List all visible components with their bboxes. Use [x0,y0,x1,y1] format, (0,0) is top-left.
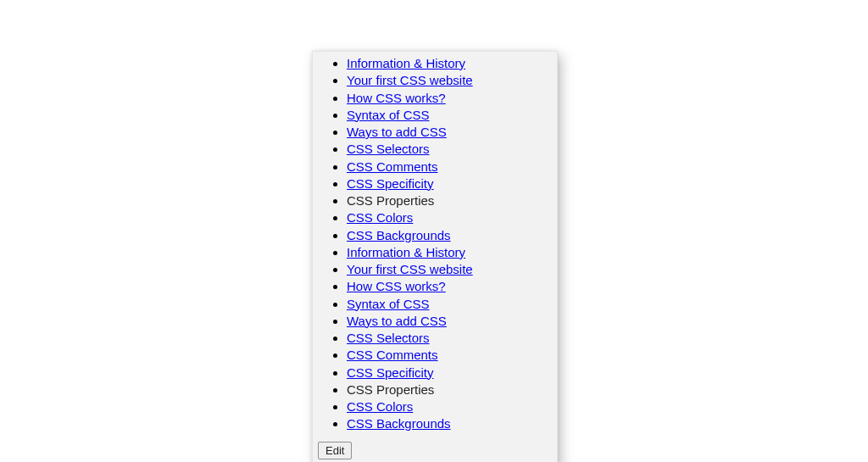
list-item: CSS Specificity [347,175,557,192]
topic-link[interactable]: CSS Backgrounds [347,228,451,242]
list-item: CSS Properties [347,192,557,209]
topic-link[interactable]: Information & History [347,245,465,259]
topic-link[interactable]: Ways to add CSS [347,314,447,328]
list-item: How CSS works? [347,278,557,295]
topic-link[interactable]: CSS Colors [347,399,413,414]
list-item: CSS Selectors [347,141,557,158]
topics-list: Information & HistoryYour first CSS webs… [313,55,557,433]
topic-link[interactable]: CSS Specificity [347,365,434,380]
list-item: CSS Comments [347,159,557,175]
list-item: Your first CSS website [347,72,557,89]
topic-link[interactable]: CSS Comments [347,348,438,362]
list-item: Information & History [347,244,557,261]
topic-text: CSS Properties [347,382,434,397]
list-item: Syntax of CSS [347,107,557,124]
list-item: Ways to add CSS [347,124,557,141]
list-item: Syntax of CSS [347,296,557,313]
topic-link[interactable]: CSS Selectors [347,142,430,156]
topic-text: CSS Properties [347,193,434,208]
topic-link[interactable]: How CSS works? [347,91,446,105]
topics-card: Information & HistoryYour first CSS webs… [312,51,558,462]
list-item: Ways to add CSS [347,313,557,330]
topic-link[interactable]: CSS Selectors [347,331,430,345]
list-item: CSS Comments [347,347,557,364]
list-item: CSS Colors [347,398,557,415]
topic-link[interactable]: Ways to add CSS [347,125,447,139]
list-item: CSS Specificity [347,365,557,381]
list-item: CSS Backgrounds [347,415,557,432]
list-item: CSS Selectors [347,330,557,347]
list-item: CSS Properties [347,381,557,398]
topic-link[interactable]: Your first CSS website [347,73,473,87]
topic-link[interactable]: CSS Specificity [347,176,434,191]
topic-link[interactable]: CSS Comments [347,159,438,174]
list-item: CSS Colors [347,209,557,226]
edit-button[interactable]: Edit [318,442,352,459]
list-item: CSS Backgrounds [347,227,557,244]
topic-link[interactable]: Syntax of CSS [347,297,430,311]
topic-link[interactable]: CSS Colors [347,210,413,225]
topic-link[interactable]: CSS Backgrounds [347,416,451,431]
topic-link[interactable]: How CSS works? [347,279,446,293]
topic-link[interactable]: Information & History [347,56,465,70]
list-item: Your first CSS website [347,261,557,278]
list-item: Information & History [347,55,557,72]
topic-link[interactable]: Syntax of CSS [347,108,430,122]
list-item: How CSS works? [347,90,557,107]
topic-link[interactable]: Your first CSS website [347,262,473,276]
